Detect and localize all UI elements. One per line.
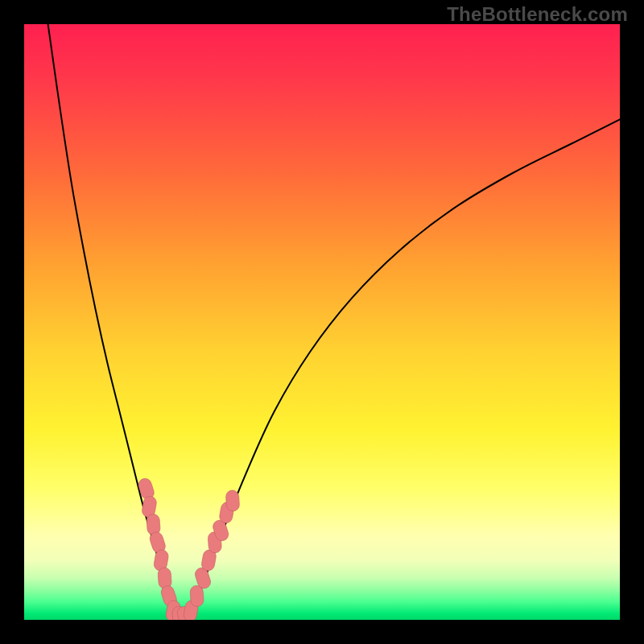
chart-frame: TheBottleneck.com (0, 0, 644, 644)
curve-layer (48, 24, 620, 620)
data-marker (190, 585, 204, 607)
data-marker (225, 489, 240, 511)
plot-area (24, 24, 620, 620)
marker-layer (137, 477, 240, 620)
curve-right-branch (191, 119, 620, 620)
data-marker (158, 568, 172, 589)
chart-svg (24, 24, 620, 620)
watermark-text: TheBottleneck.com (447, 3, 628, 26)
data-marker (147, 514, 161, 535)
